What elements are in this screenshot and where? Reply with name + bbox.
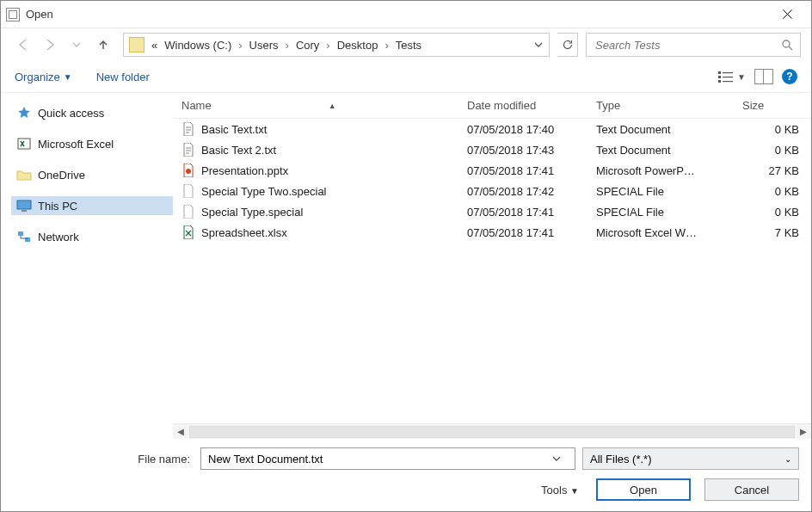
file-name: Spreadsheet.xlsx	[201, 226, 287, 239]
svg-rect-10	[18, 231, 23, 236]
file-icon	[181, 122, 195, 136]
excel-icon	[16, 137, 32, 151]
arrow-right-icon	[42, 37, 58, 52]
file-size: 0 KB	[742, 206, 803, 219]
filename-label: File name:	[13, 453, 194, 466]
file-size: 0 KB	[742, 144, 803, 157]
bottom-panel: File name: All Files (*.*) ⌄ Tools ▼ Ope…	[1, 439, 811, 511]
breadcrumb-seg-3[interactable]: Desktop	[334, 34, 382, 56]
filename-input[interactable]	[206, 452, 552, 466]
breadcrumb-seg-1[interactable]: Users	[246, 34, 282, 56]
tools-menu[interactable]: Tools ▼	[541, 484, 579, 497]
sidebar-item-quick-access[interactable]: Quick access	[11, 103, 173, 122]
sidebar-item-label: OneDrive	[38, 169, 85, 182]
file-size: 7 KB	[742, 226, 803, 239]
new-folder-button[interactable]: New folder	[96, 71, 150, 83]
filename-field[interactable]	[200, 447, 575, 470]
sidebar: Quick access Microsoft Excel OneDrive Th…	[1, 93, 173, 439]
scroll-left-icon[interactable]: ◄	[173, 425, 188, 438]
file-icon	[181, 163, 195, 177]
chevron-right-icon: ›	[381, 39, 391, 52]
chevron-right-icon: ›	[323, 39, 333, 52]
file-name: Basic Text.txt	[201, 123, 267, 136]
column-name[interactable]: Name ▲	[181, 99, 467, 112]
file-name: Special Type Two.special	[201, 185, 327, 198]
organize-button[interactable]: Organize ▼	[15, 71, 72, 83]
svg-point-12	[186, 169, 191, 174]
nav-forward-button[interactable]	[38, 33, 62, 57]
breadcrumb[interactable]: « Windows (C:) › Users › Cory › Desktop …	[123, 33, 550, 57]
sidebar-item-this-pc[interactable]: This PC	[11, 196, 173, 215]
file-size: 0 KB	[742, 185, 803, 198]
folder-icon	[16, 168, 32, 182]
column-date[interactable]: Date modified	[467, 99, 596, 112]
svg-rect-7	[18, 139, 30, 149]
window-title: Open	[26, 8, 53, 21]
new-folder-label: New folder	[96, 71, 150, 83]
file-type: SPECIAL File	[596, 185, 742, 198]
open-button[interactable]: Open	[596, 478, 691, 501]
view-mode-button[interactable]: ▼	[718, 71, 746, 83]
file-type: Text Document	[596, 123, 742, 136]
file-row[interactable]: Basic Text.txt07/05/2018 17:40Text Docum…	[173, 119, 811, 139]
nav-recent-button[interactable]	[65, 33, 89, 57]
file-type: Text Document	[596, 144, 742, 157]
file-row[interactable]: Presentation.pptx07/05/2018 17:41Microso…	[173, 160, 811, 181]
file-date: 07/05/2018 17:41	[467, 226, 596, 239]
network-icon	[16, 230, 32, 244]
chevron-right-icon: ›	[282, 39, 292, 52]
sort-asc-icon: ▲	[329, 102, 336, 110]
close-icon	[783, 9, 792, 19]
column-size[interactable]: Size	[742, 99, 803, 112]
chevron-down-icon: ▼	[64, 72, 72, 82]
sidebar-item-label: This PC	[38, 200, 77, 213]
help-button[interactable]: ?	[782, 69, 797, 84]
file-row[interactable]: Spreadsheet.xlsx07/05/2018 17:41Microsof…	[173, 222, 811, 243]
file-date: 07/05/2018 17:42	[467, 185, 596, 198]
search-field[interactable]	[586, 33, 801, 57]
chevron-down-icon	[552, 454, 561, 463]
refresh-button[interactable]	[557, 33, 578, 57]
column-type[interactable]: Type	[596, 99, 742, 112]
sidebar-item-onedrive[interactable]: OneDrive	[11, 165, 173, 184]
svg-rect-4	[723, 77, 733, 77]
breadcrumb-dropdown[interactable]	[528, 40, 549, 49]
file-row[interactable]: Special Type Two.special07/05/2018 17:42…	[173, 181, 811, 201]
sidebar-item-network[interactable]: Network	[11, 227, 173, 246]
close-button[interactable]	[768, 2, 806, 28]
open-file-dialog: Open « Windows (C:) › Users › Cory › De	[0, 0, 812, 512]
breadcrumb-seg-0[interactable]: Windows (C:)	[161, 34, 235, 56]
cancel-button[interactable]: Cancel	[704, 478, 799, 501]
breadcrumb-seg-2[interactable]: Cory	[292, 34, 323, 56]
search-input[interactable]	[594, 38, 781, 52]
titlebar: Open	[1, 1, 811, 28]
sidebar-item-label: Microsoft Excel	[38, 138, 114, 151]
scroll-track[interactable]	[189, 426, 795, 438]
navbar: « Windows (C:) › Users › Cory › Desktop …	[1, 28, 811, 61]
search-icon	[781, 39, 793, 51]
breadcrumb-seg-4[interactable]: Tests	[392, 34, 425, 56]
nav-up-button[interactable]	[91, 33, 115, 57]
preview-pane-button[interactable]	[754, 69, 773, 84]
toolbar: Organize ▼ New folder ▼ ?	[1, 61, 811, 92]
file-date: 07/05/2018 17:41	[467, 206, 596, 219]
file-icon	[181, 225, 195, 239]
file-type-filter[interactable]: All Files (*.*) ⌄	[582, 447, 799, 470]
folder-icon	[129, 37, 145, 52]
svg-rect-5	[718, 80, 721, 83]
scroll-right-icon[interactable]: ►	[796, 425, 811, 438]
svg-rect-2	[723, 72, 733, 73]
file-row[interactable]: Basic Text 2.txt07/05/2018 17:43Text Doc…	[173, 139, 811, 160]
sidebar-item-excel[interactable]: Microsoft Excel	[11, 134, 173, 153]
organize-label: Organize	[15, 71, 60, 83]
file-icon	[181, 205, 195, 219]
file-row[interactable]: Special Type.special07/05/2018 17:41SPEC…	[173, 201, 811, 222]
breadcrumb-root[interactable]: «	[148, 34, 161, 56]
filename-dropdown[interactable]	[552, 454, 569, 463]
file-name: Basic Text 2.txt	[201, 144, 276, 157]
file-icon	[181, 184, 195, 198]
svg-rect-6	[723, 81, 733, 82]
horizontal-scrollbar[interactable]: ◄ ►	[173, 423, 811, 439]
nav-back-button[interactable]	[11, 33, 35, 57]
app-icon	[6, 8, 20, 22]
